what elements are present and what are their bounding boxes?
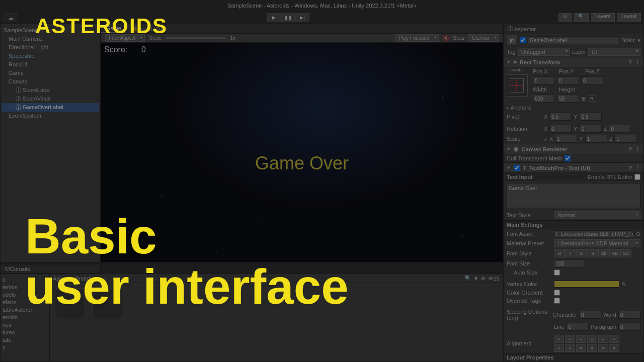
play-button[interactable]: ▶ bbox=[267, 13, 281, 22]
color-gradient-checkbox[interactable] bbox=[554, 290, 560, 296]
tmp-enabled-checkbox[interactable] bbox=[514, 165, 520, 171]
folder-item[interactable]: ials bbox=[3, 336, 47, 344]
stats-toggle[interactable]: Stats bbox=[453, 35, 464, 41]
hierarchy-item-selected[interactable]: ⓘ GameOverLabel bbox=[2, 103, 99, 112]
posx-field[interactable] bbox=[533, 76, 555, 84]
align-midline[interactable]: A bbox=[598, 344, 608, 352]
layers-dropdown[interactable]: Layers bbox=[591, 13, 615, 22]
gizmos-dropdown[interactable]: Gizmos bbox=[468, 34, 499, 42]
more-icon[interactable]: ⋮ bbox=[635, 146, 640, 152]
rot-x-field[interactable] bbox=[549, 125, 572, 133]
align-center[interactable]: ≡ bbox=[565, 335, 575, 343]
style-bold[interactable]: B bbox=[554, 249, 565, 257]
link-icon[interactable]: ⟐ bbox=[544, 136, 547, 142]
hierarchy-item[interactable]: Rock14 bbox=[2, 60, 99, 69]
style-upper[interactable]: AB bbox=[609, 249, 620, 257]
search-icon[interactable]: 🔍 bbox=[464, 275, 471, 282]
posz-field[interactable] bbox=[581, 76, 603, 84]
play-focused-dropdown[interactable]: Play Focused bbox=[395, 34, 439, 42]
pivot-x-field[interactable] bbox=[549, 113, 572, 121]
hierarchy-item[interactable]: Game bbox=[2, 69, 99, 77]
align-capline[interactable]: A bbox=[609, 344, 619, 352]
hierarchy-item[interactable]: Directional Light bbox=[2, 43, 99, 52]
more-icon[interactable]: ⋮ bbox=[635, 164, 640, 171]
width-field[interactable] bbox=[533, 95, 555, 103]
hierarchy-item[interactable]: Canvas bbox=[2, 77, 99, 86]
canvas-renderer-header[interactable]: Canvas Renderer bbox=[522, 146, 568, 152]
folder-item[interactable]: eroids bbox=[3, 314, 47, 321]
active-checkbox[interactable] bbox=[520, 37, 526, 43]
eyedropper-icon[interactable]: ✎ bbox=[621, 281, 626, 288]
style-smallcaps[interactable]: SC bbox=[620, 249, 631, 257]
blueprint-icon[interactable]: ⊞ bbox=[581, 96, 586, 102]
layer-dropdown[interactable]: UI bbox=[588, 48, 640, 56]
auto-size-checkbox[interactable] bbox=[554, 269, 560, 276]
style-italic[interactable]: I bbox=[565, 249, 576, 257]
rot-y-field[interactable] bbox=[580, 125, 602, 133]
vertex-color-field[interactable] bbox=[554, 281, 619, 288]
align-left[interactable]: ≡ bbox=[554, 335, 564, 343]
pivot-y-field[interactable] bbox=[580, 113, 602, 121]
hierarchy-item[interactable]: ⓘ ScoreValue bbox=[2, 95, 99, 103]
height-field[interactable] bbox=[557, 95, 579, 103]
undo-history-icon[interactable]: ↻ bbox=[558, 13, 572, 22]
align-geo[interactable]: ≡ bbox=[609, 335, 619, 343]
scale-slider[interactable] bbox=[166, 37, 226, 39]
hierarchy-item[interactable]: EventSystem bbox=[2, 112, 99, 120]
rtl-checkbox[interactable] bbox=[634, 174, 640, 180]
search-icon[interactable]: 🔍 bbox=[574, 13, 589, 22]
object-picker-icon[interactable]: ⊙ bbox=[636, 231, 640, 237]
object-name-field[interactable] bbox=[528, 36, 619, 44]
align-flush[interactable]: ≡ bbox=[598, 335, 608, 343]
folder-item[interactable]: tures bbox=[3, 329, 47, 336]
layout-dropdown[interactable]: Layout bbox=[617, 13, 641, 22]
static-dropdown[interactable]: ▾ bbox=[637, 37, 640, 44]
tmp-text-input[interactable]: Game Over bbox=[507, 183, 640, 208]
spacing-word-field[interactable] bbox=[618, 311, 640, 319]
cull-transparent-checkbox[interactable] bbox=[565, 155, 571, 161]
scale-z-field[interactable] bbox=[614, 135, 636, 143]
align-justify[interactable]: ≡ bbox=[587, 335, 597, 343]
help-icon[interactable]: ? bbox=[628, 146, 632, 152]
help-icon[interactable]: ? bbox=[628, 59, 632, 65]
tag-dropdown[interactable]: Untagged bbox=[518, 48, 570, 56]
align-bottom[interactable]: A bbox=[576, 344, 586, 352]
pause-button[interactable]: ❚❚ bbox=[281, 13, 295, 22]
favorite-icon[interactable]: ★ bbox=[473, 275, 478, 282]
anchors-foldout[interactable]: Anchors bbox=[511, 105, 531, 111]
posy-field[interactable] bbox=[557, 76, 579, 84]
text-style-dropdown[interactable]: Normal bbox=[554, 211, 640, 219]
rect-transform-header[interactable]: Rect Transform bbox=[520, 59, 560, 65]
hierarchy-item[interactable]: ⓘ ScoreLabel bbox=[2, 86, 99, 95]
hierarchy-item[interactable]: Spaceship bbox=[2, 52, 99, 60]
style-lower[interactable]: ab bbox=[598, 249, 609, 257]
spacing-para-field[interactable] bbox=[618, 323, 640, 331]
align-top[interactable]: ≡ bbox=[554, 344, 564, 352]
override-tags-checkbox[interactable] bbox=[554, 298, 560, 304]
step-button[interactable]: ▶| bbox=[295, 13, 309, 22]
scale-x-field[interactable] bbox=[555, 135, 577, 143]
rot-z-field[interactable] bbox=[609, 125, 631, 133]
material-preset-dropdown[interactable]: LiberationSans SDF Material bbox=[554, 239, 640, 247]
folder-item[interactable]: s bbox=[3, 344, 47, 351]
more-icon[interactable]: ⋮ bbox=[635, 59, 640, 65]
spacing-char-field[interactable] bbox=[579, 311, 601, 319]
hidden-icon[interactable]: 👁 bbox=[480, 276, 486, 282]
style-strike[interactable]: S bbox=[587, 249, 598, 257]
anchor-preset-button[interactable] bbox=[506, 74, 528, 97]
gameobject-icon[interactable]: ◩ bbox=[507, 35, 518, 46]
align-right[interactable]: ≡ bbox=[576, 335, 586, 343]
scale-y-field[interactable] bbox=[585, 135, 607, 143]
style-underline[interactable]: U bbox=[576, 249, 587, 257]
font-asset-field[interactable]: F LiberationSans SDF (TMP_Font A bbox=[554, 230, 634, 237]
mute-icon[interactable]: 🔇 bbox=[443, 35, 449, 41]
tmp-header[interactable]: TextMeshPro - Text (UI) bbox=[529, 165, 590, 171]
font-size-field[interactable] bbox=[554, 259, 584, 267]
align-middle[interactable]: ≡ bbox=[565, 344, 575, 352]
cloud-icon[interactable]: ☁ bbox=[3, 13, 18, 22]
folder-item[interactable]: nes bbox=[3, 321, 47, 329]
raw-edit-button[interactable]: R bbox=[588, 96, 596, 102]
help-icon[interactable]: ? bbox=[628, 165, 632, 171]
tab-inspector[interactable]: ⓘ Inspector bbox=[504, 24, 643, 34]
align-baseline[interactable]: A bbox=[587, 344, 597, 352]
